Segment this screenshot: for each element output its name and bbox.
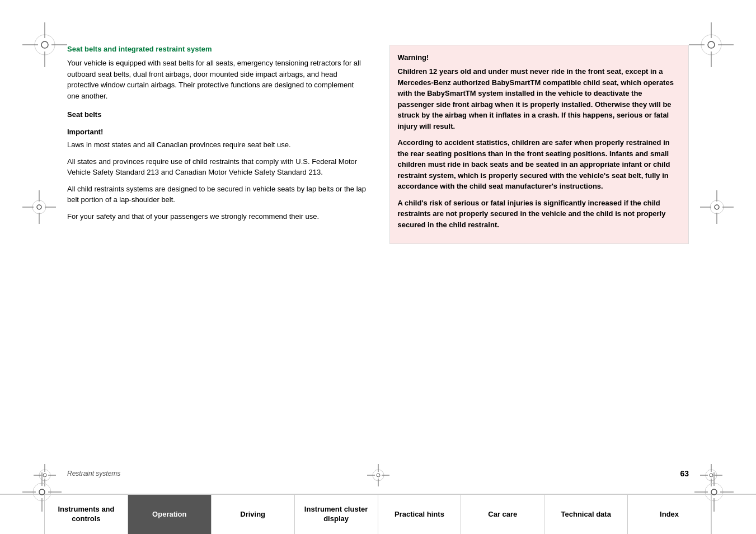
seat-belts-title: Seat belts and integrated restraint syst… <box>67 45 367 53</box>
svg-point-43 <box>39 489 45 495</box>
bottom-left-reg <box>22 472 62 512</box>
tab-technical-data[interactable]: Technical data <box>544 495 628 534</box>
bottom-right-reg <box>694 472 734 512</box>
left-column: Seat belts and integrated restraint syst… <box>67 34 367 456</box>
svg-point-1 <box>41 41 48 48</box>
bottom-center-cross <box>367 464 389 486</box>
tab-practical-hints[interactable]: Practical hints <box>378 495 462 534</box>
warning-box: Warning! Children 12 years old and under… <box>389 45 689 244</box>
svg-point-13 <box>37 205 41 209</box>
svg-point-18 <box>710 200 724 214</box>
warning-para-3: A child's risk of serious or fatal injur… <box>398 198 681 231</box>
bottom-reg-row <box>0 464 756 486</box>
warning-para-1: Children 12 years old and under must nev… <box>398 66 681 132</box>
seat-belts-intro: Your vehicle is equipped with seat belts… <box>67 58 367 101</box>
warning-title: Warning! <box>398 53 681 62</box>
main-content: Seat belts and integrated restraint syst… <box>67 34 689 456</box>
seat-belts-subtitle: Seat belts <box>67 110 367 119</box>
warning-para-2: According to accident statistics, childr… <box>398 137 681 192</box>
tab-operation[interactable]: Operation <box>128 495 212 534</box>
svg-point-12 <box>32 200 46 214</box>
svg-point-19 <box>715 205 719 209</box>
svg-point-31 <box>377 474 380 477</box>
para-1: Laws in most states and all Canadian pro… <box>67 139 367 151</box>
right-mid-reg <box>700 190 734 224</box>
content-columns: Seat belts and integrated restraint syst… <box>67 34 689 456</box>
nav-tabs: Instruments and controls Operation Drivi… <box>0 494 756 534</box>
para-2: All states and provinces require use of … <box>67 156 367 178</box>
right-column: Warning! Children 12 years old and under… <box>389 34 689 456</box>
para-3: All child restraints systems are designe… <box>67 184 367 205</box>
top-right-reg <box>689 22 734 67</box>
svg-point-7 <box>708 41 715 48</box>
para-4: For your safety and that of your passeng… <box>67 211 367 222</box>
tab-driving[interactable]: Driving <box>212 495 295 534</box>
svg-point-49 <box>711 489 717 495</box>
tab-car-care[interactable]: Car care <box>461 495 544 534</box>
left-mid-reg <box>22 190 56 224</box>
tab-instrument-cluster-display[interactable]: Instrument cluster display <box>295 495 378 534</box>
top-left-reg <box>22 22 67 67</box>
important-label: Important! <box>67 128 367 136</box>
